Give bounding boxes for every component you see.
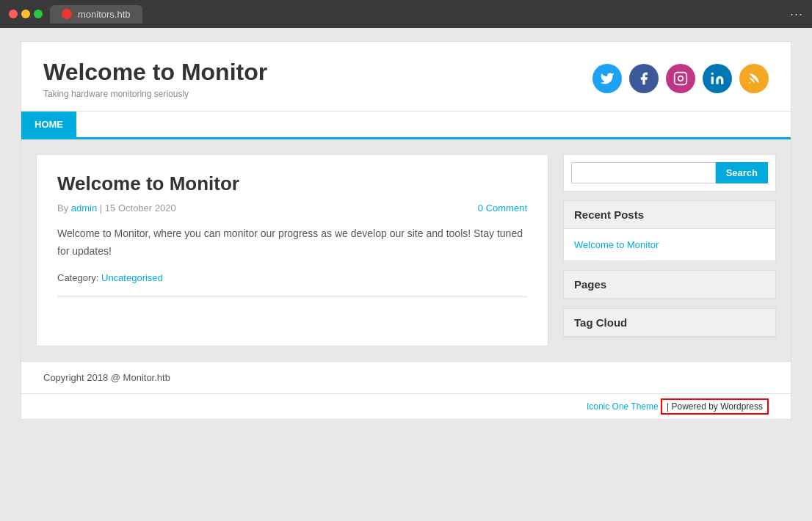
recent-post-link-0[interactable]: Welcome to Monitor [574,236,765,253]
post-date: 15 October 2020 [105,203,176,214]
search-button[interactable]: Search [716,162,768,183]
search-input[interactable] [571,162,716,183]
search-widget: Search [563,154,776,192]
post-category: Category: Uncategorised [57,272,527,283]
close-dot [9,10,18,18]
svg-point-3 [749,82,750,84]
window-controls [9,10,43,18]
post-divider [57,296,527,297]
linkedin-icon[interactable] [703,64,732,93]
nav-item-home[interactable]: HOME [21,112,76,137]
category-label: Category: [57,272,98,283]
minimize-dot [21,10,30,18]
social-icons [592,64,769,93]
maximize-dot [34,10,43,18]
facebook-icon[interactable] [629,64,659,93]
comment-link[interactable]: 0 Comment [478,203,527,214]
tab-title: monitors.htb [78,9,131,20]
theme-credit-link[interactable]: Iconic One Theme [587,401,659,412]
footer-credit: Iconic One Theme | Powered by Wordpress [21,393,791,419]
rss-icon[interactable] [739,64,769,93]
browser-menu-icon[interactable]: ··· [790,7,803,22]
site-title: Welcome to Monitor [43,58,267,86]
copyright: Copyright 2018 @ Monitor.htb [43,372,769,383]
powered-by: | Powered by Wordpress [661,398,769,415]
pages-widget: Pages [563,270,776,299]
svg-point-2 [711,73,714,75]
site-tagline: Taking hardware monitoring seriously [43,89,267,99]
recent-posts-content: Welcome to Monitor [564,229,775,260]
svg-rect-0 [675,73,687,85]
site-nav: HOME [21,111,791,139]
post-author-info: By admin | 15 October 2020 [57,203,176,214]
post-content: Welcome to Monitor, where you can monito… [57,225,527,260]
site-footer-bar: Copyright 2018 @ Monitor.htb [21,361,791,393]
twitter-icon[interactable] [592,64,622,93]
post-title: Welcome to Monitor [57,172,527,195]
browser-tab[interactable]: monitors.htb [50,5,142,23]
recent-posts-title: Recent Posts [564,201,775,229]
post-meta: By admin | 15 October 2020 0 Comment [57,203,527,214]
instagram-icon[interactable] [666,64,695,93]
site-container: Welcome to Monitor Taking hardware monit… [21,41,791,420]
site-header: Welcome to Monitor Taking hardware monit… [21,42,791,111]
tag-cloud-widget: Tag Cloud [563,308,776,338]
pages-title: Pages [564,271,775,299]
browser-chrome: monitors.htb ··· [0,0,812,28]
page-wrapper: Welcome to Monitor Taking hardware monit… [0,28,812,521]
post-by-label: By [57,203,71,214]
site-branding: Welcome to Monitor Taking hardware monit… [43,58,267,99]
recent-posts-widget: Recent Posts Welcome to Monitor [563,200,776,261]
content-box: Welcome to Monitor By admin | 15 October… [36,154,548,346]
sidebar: Search Recent Posts Welcome to Monitor P… [563,154,776,346]
post-author-link[interactable]: admin [71,203,97,214]
post-meta-separator: | [100,203,105,214]
tag-cloud-title: Tag Cloud [564,309,775,337]
main-area: Welcome to Monitor By admin | 15 October… [21,139,791,361]
favicon-icon [62,9,72,19]
category-link[interactable]: Uncategorised [101,272,163,283]
